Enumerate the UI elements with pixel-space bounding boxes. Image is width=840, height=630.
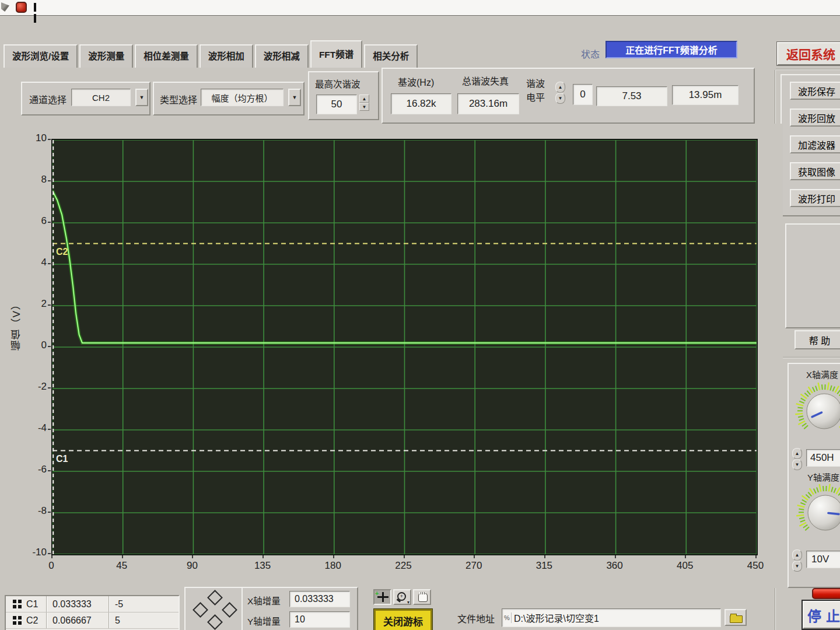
cursor-down-icon[interactable] — [207, 614, 223, 630]
return-system-button[interactable]: 返回系统 — [777, 42, 840, 65]
tab-波形浏览/设置[interactable]: 波形浏览/设置 — [4, 44, 78, 68]
y-tick-label: -8 — [20, 505, 47, 517]
cursor-x-value: 0.066667 — [52, 615, 108, 626]
cursor-crosshair-icon — [13, 600, 22, 608]
tab-波形相加[interactable]: 波形相加 — [200, 44, 253, 68]
chevron-down-icon[interactable]: ▼ — [135, 89, 148, 106]
x-scale-spinner[interactable]: ▲▼ — [792, 448, 802, 470]
status-label: 状态 — [581, 47, 600, 61]
cursor-crosshair-icon — [13, 616, 22, 625]
tab-波形相减[interactable]: 波形相减 — [255, 44, 309, 68]
y-tick-label: 2 — [20, 298, 47, 310]
max-harmonic-spinner[interactable]: ▲▼ — [359, 94, 369, 111]
harmonic-index-spinner[interactable]: ▲▼ — [555, 82, 565, 104]
y-scale-knob[interactable] — [793, 481, 840, 545]
harmonic-index-input[interactable]: 0 — [573, 84, 593, 105]
x-tick-label: 0 — [34, 560, 69, 572]
divider — [776, 69, 840, 69]
close-cursor-button[interactable]: 关闭游标 — [374, 609, 432, 630]
harmonic-value: 7.53 — [596, 86, 667, 106]
y-increment-value[interactable]: 10 — [289, 611, 350, 628]
spin-down-icon[interactable]: ▼ — [792, 561, 802, 572]
help-button[interactable]: 帮 助 — [794, 330, 840, 349]
spin-up-icon[interactable]: ▲ — [792, 550, 802, 561]
cursor-left-icon[interactable] — [192, 602, 208, 618]
stop-button[interactable]: 停止 — [803, 601, 840, 629]
pan-tool-button[interactable] — [413, 589, 431, 605]
y-increment-label: Y轴增量 — [247, 614, 281, 627]
channel-select-value[interactable]: CH2 — [71, 89, 131, 106]
cursor-y-value: 5 — [115, 615, 120, 626]
blank-panel — [785, 223, 840, 328]
zoom-tool-button[interactable]: +▾ — [393, 589, 411, 605]
side-button-波形回放[interactable]: 波形回放 — [790, 108, 840, 127]
x-scale-knob[interactable] — [792, 379, 840, 443]
cursor-move-pad[interactable] — [184, 587, 244, 630]
max-harmonic-label: 最高次谐波 — [315, 77, 360, 90]
y-tick-label: -6 — [20, 464, 47, 475]
channel-select-dropdown[interactable]: CH2 ▼ — [71, 89, 148, 106]
y-scale-spinner[interactable]: ▲▼ — [792, 550, 802, 572]
waveform-plot[interactable]: C1C2 — [51, 139, 758, 555]
side-button-加滤波器[interactable]: 加滤波器 — [790, 135, 840, 153]
x-increment-value[interactable]: 0.033333 — [289, 591, 350, 607]
spin-up-icon[interactable]: ▲ — [555, 82, 565, 93]
tab-bar: 波形浏览/设置波形测量相位差测量波形相加波形相减FFT频谱相关分析 — [4, 44, 419, 68]
browse-folder-button[interactable] — [724, 609, 747, 626]
chevron-down-icon[interactable]: ▼ — [288, 89, 301, 106]
tab-波形测量[interactable]: 波形测量 — [79, 44, 133, 68]
tab-相位差测量[interactable]: 相位差测量 — [135, 44, 198, 68]
y-tick-label: 0 — [20, 340, 47, 351]
side-button-波形打印[interactable]: 波形打印 — [790, 189, 840, 207]
os-toolbar — [0, 0, 840, 16]
y-tick-label: -4 — [20, 422, 47, 434]
pause-icon[interactable] — [34, 3, 42, 12]
side-button-获取图像[interactable]: 获取图像 — [790, 162, 840, 180]
harmonic-value-2: 13.95m — [672, 85, 738, 105]
y-tick-label: -2 — [20, 381, 47, 393]
cursor-name: C2 — [26, 615, 46, 626]
cursor-legend-row: C20.0666675 — [6, 612, 178, 629]
cursor-right-icon[interactable] — [222, 602, 237, 618]
cursor-x-value: 0.033333 — [52, 599, 108, 610]
cursor-name: C1 — [26, 599, 46, 610]
svg-text:C2: C2 — [56, 247, 68, 257]
chart-panel: 幅值（V） C1C2 1086420-2-4-6-8-10 0459013518… — [7, 124, 783, 588]
x-scale-value[interactable]: 450H — [806, 449, 840, 467]
tab-FFT频谱[interactable]: FFT频谱 — [310, 40, 362, 68]
x-tick-label: 315 — [527, 560, 562, 572]
channel-select-label: 通道选择 — [29, 92, 66, 106]
spin-down-icon[interactable]: ▼ — [359, 103, 369, 111]
fundamental-value: 16.82k — [391, 93, 452, 114]
spin-up-icon[interactable]: ▲ — [792, 448, 802, 459]
type-select-dropdown[interactable]: 幅度（均方根） ▼ — [201, 89, 301, 106]
spin-up-icon[interactable]: ▲ — [359, 94, 369, 103]
y-tick-label: 6 — [20, 215, 47, 227]
x-tick-label: 405 — [667, 560, 702, 572]
tab-相关分析[interactable]: 相关分析 — [364, 44, 418, 68]
max-harmonic-panel: 最高次谐波 50 ▲▼ — [308, 71, 379, 120]
divider — [777, 357, 840, 358]
max-harmonic-input[interactable]: 50 — [316, 94, 357, 114]
spin-down-icon[interactable]: ▼ — [792, 459, 802, 470]
folder-icon — [730, 615, 743, 623]
x-increment-label: X轴增量 — [247, 594, 281, 607]
file-path-label: 文件地址 — [457, 611, 495, 625]
edit-tool-icon — [1, 2, 9, 12]
thd-value: 283.16m — [457, 93, 519, 114]
side-button-波形保存[interactable]: 波形保存 — [790, 82, 840, 100]
cursor-y-value: -5 — [115, 599, 123, 610]
file-path-value: D:\波形记录\切空变1 — [514, 611, 599, 625]
cursor-up-icon[interactable] — [207, 590, 223, 606]
x-tick-label: 90 — [174, 560, 209, 572]
type-select-value[interactable]: 幅度（均方根） — [201, 89, 284, 106]
x-tick-label: 450 — [738, 560, 773, 572]
run-led-indicator — [812, 588, 840, 599]
file-path-input[interactable]: % D:\波形记录\切空变1 — [502, 608, 721, 627]
type-select-label: 类型选择 — [160, 92, 197, 106]
stop-icon[interactable] — [16, 2, 27, 13]
y-scale-value[interactable]: 10V — [806, 551, 840, 568]
cursor-tool-button[interactable]: + — [373, 589, 391, 605]
thd-label: 总谐波失真 — [462, 74, 509, 88]
spin-down-icon[interactable]: ▼ — [555, 93, 565, 104]
